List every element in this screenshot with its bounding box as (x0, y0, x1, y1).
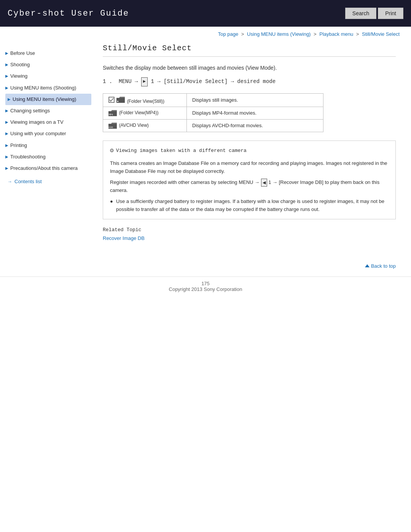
sidebar-label: Viewing images on a TV (10, 119, 64, 126)
back-to-top-label: Back to top (371, 263, 396, 269)
search-button[interactable]: Search (345, 8, 376, 19)
sidebar-label: Precautions/About this camera (10, 165, 78, 172)
page-number: 175 (201, 281, 210, 286)
page-title: Still/Movie Select (103, 44, 396, 57)
sidebar-label: Printing (10, 142, 27, 149)
sidebar-item-viewing-tv[interactable]: ▶ Viewing images on a TV (5, 117, 91, 128)
sidebar-item-precautions[interactable]: ▶ Precautions/About this camera (5, 163, 91, 174)
sidebar-item-using-computer[interactable]: ▶ Using with your computer (5, 128, 91, 139)
arrow-right-icon: → (8, 179, 12, 184)
contents-list-link[interactable]: → Contents list (8, 179, 91, 184)
step-text: 1 . MENU → ▶ 1 → [Still/Movie Select] → … (103, 77, 396, 86)
sidebar-label: Shooting (10, 61, 30, 68)
arrow-icon: ▶ (5, 62, 8, 67)
table-row: MP4 (Folder View(MP4)) Displays MP4-form… (103, 107, 323, 119)
related-label: Related Topic (103, 227, 396, 233)
sidebar-item-viewing[interactable]: ▶ Viewing (5, 70, 91, 82)
back-to-top-row: Back to top (0, 263, 411, 269)
tip-bullet: ● Use a sufficiently charged battery to … (110, 198, 389, 214)
tip-icon: ⚙ (110, 146, 114, 156)
table-cell-desc-avchd: Displays AVCHD-format movies. (187, 119, 323, 132)
sidebar-label: Troubleshooting (10, 153, 46, 160)
arrow-icon: ▶ (5, 154, 8, 160)
breadcrumb-sep-1: > (241, 31, 244, 37)
svg-text:MP4: MP4 (109, 113, 113, 116)
tip-bullet-text: Use a sufficiently charged battery to re… (116, 198, 389, 214)
content-area: Still/Movie Select Switches the display … (91, 44, 411, 263)
table-row: AVHD (AVCHD View) Displays AVCHD-format … (103, 119, 323, 132)
folder-mp4-icon: MP4 (108, 110, 119, 115)
arrow-icon: ▶ (5, 166, 8, 171)
sidebar-item-changing-settings[interactable]: ▶ Changing settings (5, 105, 91, 117)
folder-avchd-icon: AVHD (108, 122, 119, 128)
related-topic: Related Topic Recover Image DB (103, 227, 396, 241)
breadcrumb-viewing[interactable]: Using MENU items (Viewing) (247, 31, 311, 37)
tip-body-2: Register images recorded with other came… (110, 179, 389, 195)
table-cell-icon-mp4: MP4 (Folder View(MP4)) (103, 107, 187, 119)
table-cell-icon-avchd: AVHD (AVCHD View) (103, 119, 187, 132)
table-row: ▶ (Folder View(Still)) Displays still im… (103, 93, 323, 107)
footer: 175 Copyright 2013 Sony Corporation (0, 276, 411, 304)
menu-icon-small: ◀ (261, 179, 267, 187)
copyright-text: Copyright 2013 Sony Corporation (169, 286, 242, 292)
arrow-icon: ▶ (5, 108, 8, 113)
breadcrumb-sep-3: > (356, 31, 359, 37)
sidebar-item-before-use[interactable]: ▶ Before Use (5, 48, 91, 59)
sidebar-label: Before Use (10, 50, 35, 57)
sidebar-item-using-menu-shooting[interactable]: ▶ Using MENU items (Shooting) (5, 82, 91, 94)
triangle-up-icon (365, 264, 370, 267)
breadcrumb-playback[interactable]: Playback menu (319, 31, 353, 37)
arrow-sym: → (135, 79, 138, 85)
arrow-sym: → (157, 79, 160, 85)
sidebar-label: Using MENU items (Viewing) (13, 96, 76, 103)
tip-heading-text: Viewing images taken with a different ca… (116, 147, 247, 155)
sidebar-item-troubleshooting[interactable]: ▶ Troubleshooting (5, 151, 91, 163)
contents-list-label: Contents list (14, 179, 42, 184)
header: Cyber-shot User Guide Search Print (0, 0, 411, 27)
table-cell-desc-mp4: Displays MP4-format movies. (187, 107, 323, 119)
view-mode-table: ▶ (Folder View(Still)) Displays still im… (103, 93, 323, 132)
arrow-icon: ▶ (5, 120, 8, 125)
tip-heading: ⚙ Viewing images taken with a different … (110, 146, 389, 156)
sidebar-item-printing[interactable]: ▶ Printing (5, 140, 91, 151)
header-buttons: Search Print (345, 8, 403, 19)
contents-link-wrap: → Contents list (5, 179, 91, 184)
folder-avchd-label: (AVCHD View) (119, 123, 149, 128)
header-title: Cyber-shot User Guide (8, 9, 129, 18)
tip-box: ⚙ Viewing images taken with a different … (103, 141, 396, 219)
intro-text: Switches the display mode between still … (103, 64, 396, 72)
folder-still-label: (Folder View(Still)) (127, 99, 164, 104)
folder-mp4-label: (Folder View(MP4)) (119, 110, 159, 115)
sidebar-label: Viewing (10, 73, 27, 80)
arrow-icon: ▶ (5, 51, 8, 56)
sidebar-label: Using with your computer (10, 130, 66, 137)
arrow-icon: ▶ (5, 85, 8, 91)
sidebar-item-shooting[interactable]: ▶ Shooting (5, 59, 91, 70)
main-layout: ▶ Before Use ▶ Shooting ▶ Viewing ▶ Usin… (0, 40, 411, 263)
back-to-top-link[interactable]: Back to top (365, 263, 396, 269)
sidebar: ▶ Before Use ▶ Shooting ▶ Viewing ▶ Usin… (0, 44, 91, 263)
arrow-icon: ▶ (5, 73, 8, 79)
table-cell-icon-still: ▶ (Folder View(Still)) (103, 93, 187, 107)
folder-still-icon: ▶ (108, 96, 126, 103)
breadcrumb-sep-2: > (314, 31, 317, 37)
play-icon: ▶ (141, 77, 148, 86)
arrow-icon: ▶ (5, 131, 8, 136)
print-button[interactable]: Print (378, 8, 403, 19)
breadcrumb: Top page > Using MENU items (Viewing) > … (0, 27, 411, 40)
arrow-icon: ▶ (5, 143, 8, 148)
tip-body-1: This camera creates an Image Database Fi… (110, 160, 389, 176)
table-cell-desc-still: Displays still images. (187, 93, 323, 107)
arrow-sym: → (231, 79, 234, 85)
sidebar-label: Changing settings (10, 107, 50, 114)
svg-text:AVHD: AVHD (108, 126, 113, 128)
breadcrumb-current[interactable]: Still/Movie Select (362, 31, 400, 37)
breadcrumb-top[interactable]: Top page (218, 31, 239, 37)
sidebar-item-using-menu-viewing[interactable]: ▶ Using MENU items (Viewing) (5, 94, 91, 105)
recover-image-db-link[interactable]: Recover Image DB (103, 235, 145, 241)
sidebar-label: Using MENU items (Shooting) (10, 85, 76, 91)
bullet-dot: ● (110, 198, 114, 206)
arrow-icon: ▶ (8, 97, 11, 102)
